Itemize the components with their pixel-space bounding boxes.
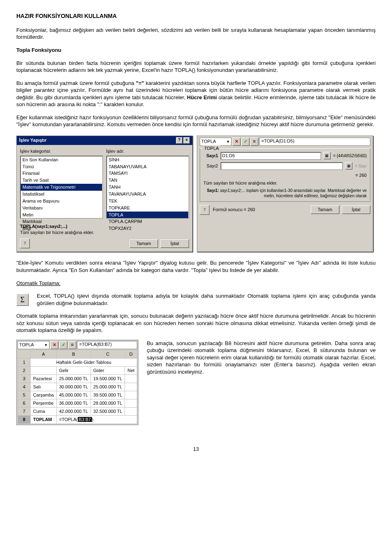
cell[interactable]: TOPLAM [31,415,57,423]
row-header[interactable]: 6 [18,399,31,407]
list-item[interactable]: SİNH [107,156,188,163]
row-header[interactable]: 3 [18,374,31,383]
cell[interactable]: 25.000.000 TL [56,374,91,383]
row-header[interactable]: 5 [18,391,31,399]
range-picker-icon[interactable]: ▦ [323,152,331,159]
arg1-input[interactable]: D1:D5 [220,152,321,160]
cancel-formula-icon[interactable]: ✕ [232,138,241,146]
sheet-combo[interactable]: TOPLA ▼ [18,341,49,349]
equals-icon[interactable]: = [250,138,258,146]
cell[interactable]: Net [125,366,137,374]
row-header[interactable]: 4 [18,383,31,391]
range-picker-icon[interactable]: ▦ [345,162,352,169]
function-combo[interactable]: TOPLA ▼ [200,138,232,146]
active-formula-cell[interactable]: =TOPLA(B3:B7) [56,415,137,423]
list-item[interactable]: TAN [107,177,188,184]
combo-value: TOPLA [19,342,34,348]
cell[interactable]: Çarşamba [31,391,57,399]
list-item[interactable]: Metin [21,212,102,218]
cell[interactable] [125,383,137,391]
cell[interactable] [31,366,57,374]
page-title: HAZIR FONKSİYONLARI KULLANMA [16,12,376,20]
equals-icon[interactable]: = [68,341,76,349]
list-item[interactable]: TEK [107,198,188,205]
list-item[interactable]: TAMSAYI [107,170,188,177]
group-label: TOPLA [203,145,220,152]
cell[interactable] [125,407,137,415]
cell[interactable] [125,399,137,407]
cell[interactable]: 42.000.000 TL [56,407,91,415]
arg2-label: Sayı2 [203,163,218,169]
category-listbox[interactable]: En Son Kullanılan Tümü Finansal Tarih ve… [20,156,103,218]
cell[interactable]: 32.500.000 TL [91,407,125,415]
cell[interactable]: Cuma [31,407,57,415]
list-item[interactable]: TOPKARE [107,205,188,212]
cancel-formula-icon[interactable]: ✕ [50,341,58,349]
oto-heading: Otomatik Toplama: [16,280,376,287]
col-header[interactable]: A [31,350,57,358]
list-item-selected[interactable]: Matematik ve Trigonometri [21,184,102,191]
help-button[interactable]: ? [200,205,209,215]
desc-label: Tüm sayıları bir hücre aralığına ekler. [203,180,367,186]
dialog-titlebar: İşlev Yapıştır ? × [17,136,192,145]
cell[interactable] [125,374,137,383]
after-dialogs-paragraph: "Ekle-İşlev" Komutu verdikten sonra ekra… [16,259,376,274]
list-item[interactable]: Finansal [21,170,102,177]
col-header[interactable]: D [125,350,137,358]
help-titlebar-button[interactable]: ? [176,137,183,144]
corner-cell[interactable] [18,350,31,358]
cell[interactable]: 39.500.000 TL [91,391,125,399]
cell[interactable]: Gider [91,366,125,374]
arg2-input[interactable] [220,162,343,170]
ok-button[interactable]: Tamam [129,239,158,248]
formula-bar: TOPLA ▼ ✕ ✓ = =TOPLA(D1:D5) [200,138,370,146]
list-item-selected[interactable]: TOPLA [107,212,188,218]
cell[interactable]: 28.000.000 TL [91,399,125,407]
merged-title-cell[interactable]: Haftalık Gelir-Gider Tablosu [31,358,137,366]
col-header[interactable]: B [56,350,91,358]
cancel-button[interactable]: İptal [342,205,370,214]
name-listbox[interactable]: SİNH TABANAYUVARLA TAMSAYI TAN TANH TAVA… [106,156,189,218]
list-item[interactable]: İstatistiksel [21,191,102,198]
args-group: TOPLA Sayı1 D1:D5 ▦ = {44\48\52\56\60} S… [200,148,370,202]
close-titlebar-button[interactable]: × [183,137,190,144]
list-item[interactable]: Tümü [21,163,102,170]
cell[interactable]: 36.000.000 TL [56,399,91,407]
autosum-button[interactable]: Σ [16,294,29,306]
list-item[interactable]: TOPLA.ÇARPIM [107,218,188,225]
list-item[interactable]: TABANAYUVARLA [107,163,188,170]
group-result: = 260 [203,172,367,178]
combo-value: TOPLA [201,138,216,145]
list-item[interactable]: TOPX2AY2 [107,225,188,232]
cell[interactable]: 45.000.000 TL [56,391,91,399]
list-item[interactable]: Tarih ve Saat [21,177,102,184]
formula-input[interactable]: =TOPLA(D1:D5) [259,138,370,146]
topla-paragraph-2: Bu amaçla formül yazmak üzere formül çub… [16,80,376,108]
list-item[interactable]: Arama ve Başvuru [21,198,102,205]
cell[interactable]: Pazartesi [31,374,57,383]
list-item[interactable]: TAVANAYUVARLA [107,191,188,198]
col-header[interactable]: C [91,350,125,358]
cell[interactable]: 19.500.000 TL [91,374,125,383]
row-header[interactable]: 1 [18,358,31,366]
list-item[interactable]: En Son Kullanılan [21,156,102,163]
list-item[interactable]: TANH [107,184,188,191]
cell[interactable]: 25.000.000 TL [91,383,125,391]
sheet-formula-input[interactable]: =TOPLA(B3:B7) [77,341,137,349]
row-header[interactable]: 2 [18,366,31,374]
cell[interactable]: Perşembe [31,399,57,407]
hint-text: Sayı1: sayı1;sayı2;... toplam için kulla… [203,186,367,199]
cell[interactable]: Gelir [56,366,91,374]
category-label: İşlev kategorisi: [20,148,103,154]
cell[interactable] [125,391,137,399]
ok-button[interactable]: Tamam [311,205,339,214]
row-header[interactable]: 7 [18,407,31,415]
help-button[interactable]: ? [20,238,30,248]
cell[interactable]: 30.000.000 TL [56,383,91,391]
row-header-active[interactable]: 8 [18,415,31,423]
list-item[interactable]: Veritabanı [21,205,102,212]
cell[interactable]: Salı [31,383,57,391]
accept-formula-icon[interactable]: ✓ [59,341,67,349]
accept-formula-icon[interactable]: ✓ [241,138,249,146]
cancel-button[interactable]: İptal [160,239,189,248]
